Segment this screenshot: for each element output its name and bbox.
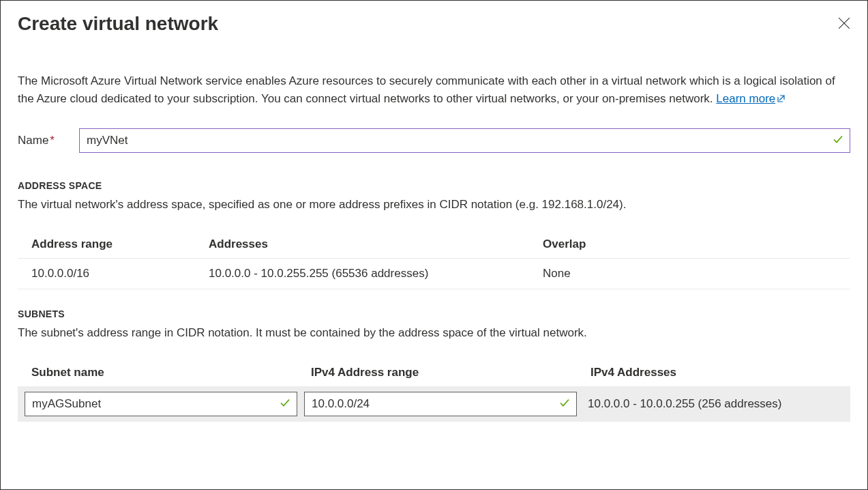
- subnets-heading: SUBNETS: [18, 308, 850, 319]
- subnet-range-input[interactable]: [304, 392, 577, 416]
- intro-text: The Microsoft Azure Virtual Network serv…: [18, 72, 850, 109]
- panel-title: Create virtual network: [18, 13, 218, 35]
- check-icon: [280, 397, 290, 410]
- subnet-name-input[interactable]: [25, 392, 297, 416]
- table-header-row: Subnet name IPv4 Address range IPv4 Addr…: [18, 359, 850, 386]
- col-addresses: Addresses: [209, 237, 543, 251]
- name-label: Name*: [18, 134, 79, 147]
- col-overlap: Overlap: [543, 237, 837, 251]
- cell-addresses: 10.0.0.0 - 10.0.255.255 (65536 addresses…: [209, 267, 543, 280]
- subnets-desc: The subnet's address range in CIDR notat…: [18, 326, 850, 340]
- close-icon: [838, 17, 850, 29]
- name-input[interactable]: [79, 128, 850, 153]
- address-space-heading: ADDRESS SPACE: [18, 180, 850, 191]
- required-indicator: *: [50, 134, 55, 147]
- table-row: 10.0.0.0 - 10.0.0.255 (256 addresses): [18, 386, 850, 422]
- cell-ipv4-addresses: 10.0.0.0 - 10.0.0.255 (256 addresses): [584, 397, 843, 411]
- table-row: 10.0.0.0/16 10.0.0.0 - 10.0.255.255 (655…: [18, 259, 850, 289]
- address-space-table: Address range Addresses Overlap 10.0.0.0…: [18, 231, 850, 289]
- learn-more-link[interactable]: Learn more: [716, 92, 786, 105]
- subnets-table: Subnet name IPv4 Address range IPv4 Addr…: [18, 359, 850, 422]
- col-address-range: Address range: [31, 237, 209, 251]
- col-ipv4-addresses: IPv4 Addresses: [590, 366, 837, 379]
- cell-address-range: 10.0.0.0/16: [31, 267, 209, 280]
- check-icon: [833, 134, 843, 147]
- col-ipv4-range: IPv4 Address range: [311, 366, 590, 379]
- external-link-icon: [777, 91, 786, 109]
- close-button[interactable]: [835, 14, 853, 34]
- col-subnet-name: Subnet name: [31, 366, 311, 379]
- check-icon: [559, 397, 570, 410]
- cell-overlap: None: [543, 267, 837, 280]
- address-space-desc: The virtual network's address space, spe…: [18, 198, 850, 212]
- table-header-row: Address range Addresses Overlap: [18, 231, 850, 259]
